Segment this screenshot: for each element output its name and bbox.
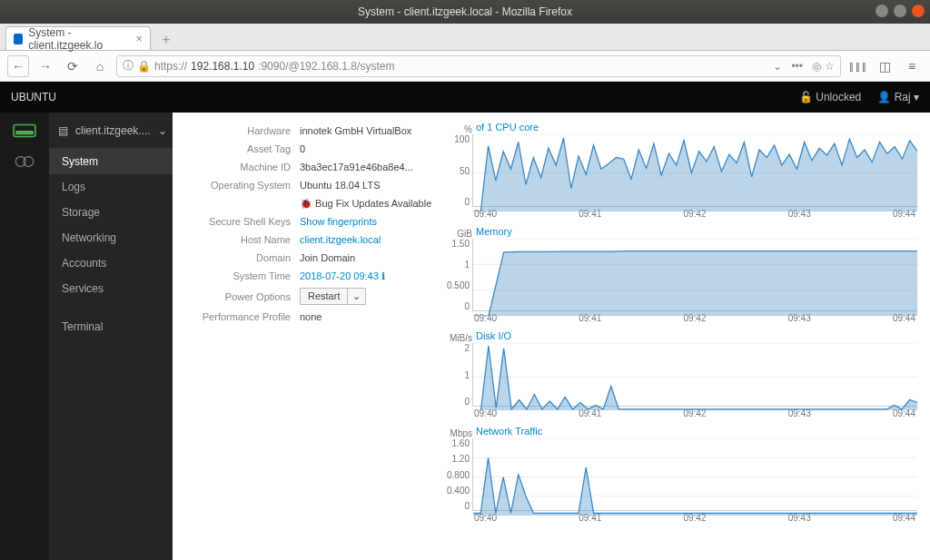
user-menu[interactable]: 👤 Raj ▾ [877, 91, 919, 103]
chart-disk[interactable]: MiB/sDisk I/O 210 09:4009:4109:4209:4309… [447, 330, 917, 418]
sidebar-item-system[interactable]: System [49, 149, 173, 174]
sidebar-item-storage[interactable]: Storage [49, 200, 173, 225]
ssh-fingerprints-link[interactable]: Show fingerprints [300, 216, 377, 227]
bookmark-icon[interactable]: ☆ [825, 60, 835, 73]
more-icon[interactable]: ••• [791, 60, 803, 73]
asset-tag-value: 0 [300, 143, 305, 154]
info-icon[interactable]: ⓘ [123, 58, 134, 74]
maximize-icon[interactable] [894, 5, 906, 17]
new-tab-button[interactable]: + [156, 30, 176, 50]
y-axis: 210 [447, 343, 472, 407]
sidebar-item-accounts[interactable]: Accounts [49, 251, 173, 276]
host-icon: ▤ [58, 124, 68, 137]
sidebar-item-terminal[interactable]: Terminal [49, 314, 173, 339]
chevron-down-icon: ⌄ [158, 124, 167, 137]
brand-label: UBUNTU [11, 91, 56, 103]
back-button[interactable]: ← [7, 55, 29, 77]
machine-rail [0, 113, 49, 560]
sidebar-icon[interactable]: ◫ [874, 55, 895, 77]
forward-button[interactable]: → [35, 55, 56, 77]
chart-net[interactable]: MbpsNetwork Traffic 1.601.200.8000.4000 … [447, 426, 917, 523]
restart-button[interactable]: Restart [300, 288, 348, 305]
nav-toolbar: ← → ⟳ ⌂ ⓘ 🔒 https://192.168.1.10:9090/@1… [0, 51, 930, 82]
server-icon[interactable] [13, 152, 36, 171]
system-info: Hardwareinnotek GmbH VirtualBox Asset Ta… [185, 122, 440, 560]
system-time-link[interactable]: 2018-07-20 09:43 ℹ [300, 270, 385, 281]
menu-icon[interactable]: ≡ [901, 55, 923, 77]
sidebar-item-logs[interactable]: Logs [49, 174, 173, 200]
host-selector[interactable]: ▤ client.itzgeek.... ⌄ [49, 113, 173, 149]
tab-close-icon[interactable]: × [135, 32, 143, 45]
sidebar-item-networking[interactable]: Networking [49, 225, 173, 251]
chart-title: Disk I/O [476, 330, 511, 341]
hostname-link[interactable]: client.itzgeek.local [300, 234, 381, 245]
window-title: System - client.itzgeek.local - Mozilla … [358, 5, 572, 18]
chart-title: Network Traffic [476, 426, 542, 437]
updates-link[interactable]: 🐞 Bug Fix Updates Available [300, 198, 431, 210]
host-label: client.itzgeek.... [75, 124, 151, 137]
join-domain-link[interactable]: Join Domain [300, 252, 355, 263]
svg-rect-1 [15, 131, 34, 134]
cockpit-header: UBUNTU 🔓 Unlocked 👤 Raj ▾ [0, 82, 930, 113]
sidebar: ▤ client.itzgeek.... ⌄ SystemLogsStorage… [49, 113, 173, 560]
url-bar[interactable]: ⓘ 🔒 https://192.168.1.10:9090/@192.168.1… [116, 55, 841, 77]
perf-profile-value: none [300, 311, 322, 322]
window-titlebar: System - client.itzgeek.local - Mozilla … [0, 0, 930, 24]
dropdown-icon[interactable]: ⌄ [773, 60, 782, 73]
tab-label: System - client.itzgeek.lo [28, 26, 130, 52]
y-axis: 100500 [447, 134, 472, 207]
power-dropdown-button[interactable]: ⌄ [348, 288, 366, 305]
home-button[interactable]: ⌂ [89, 55, 111, 77]
browser-tab[interactable]: System - client.itzgeek.lo × [5, 26, 151, 50]
y-axis: 1.5010.5000 [447, 239, 472, 311]
favicon-icon [14, 34, 23, 44]
privilege-toggle[interactable]: 🔓 Unlocked [799, 91, 861, 103]
library-icon[interactable]: ⫿⫿⫿ [846, 55, 868, 77]
y-axis: 1.601.200.8000.4000 [447, 438, 472, 511]
hardware-value: innotek GmbH VirtualBox [300, 125, 411, 136]
dashboard-icon[interactable] [13, 122, 36, 140]
reload-button[interactable]: ⟳ [62, 55, 84, 77]
os-value: Ubuntu 18.04 LTS [300, 180, 380, 191]
minimize-icon[interactable] [876, 5, 888, 17]
chart-title: Memory [476, 226, 512, 237]
close-icon[interactable] [912, 5, 925, 17]
chart-cpu[interactable]: %of 1 CPU core 100500 09:4009:4109:4209:… [447, 122, 917, 219]
lock-icon: 🔒 [137, 60, 151, 73]
pocket-icon[interactable]: ◎ [812, 60, 821, 73]
chart-title: of 1 CPU core [476, 122, 539, 133]
tab-strip: System - client.itzgeek.lo × + [0, 24, 930, 51]
machine-id-value: 3ba3ec17a91e46ba8e4... [300, 162, 413, 172]
chart-mem[interactable]: GiBMemory 1.5010.5000 09:4009:4109:4209:… [447, 226, 917, 323]
sidebar-item-services[interactable]: Services [49, 276, 173, 301]
